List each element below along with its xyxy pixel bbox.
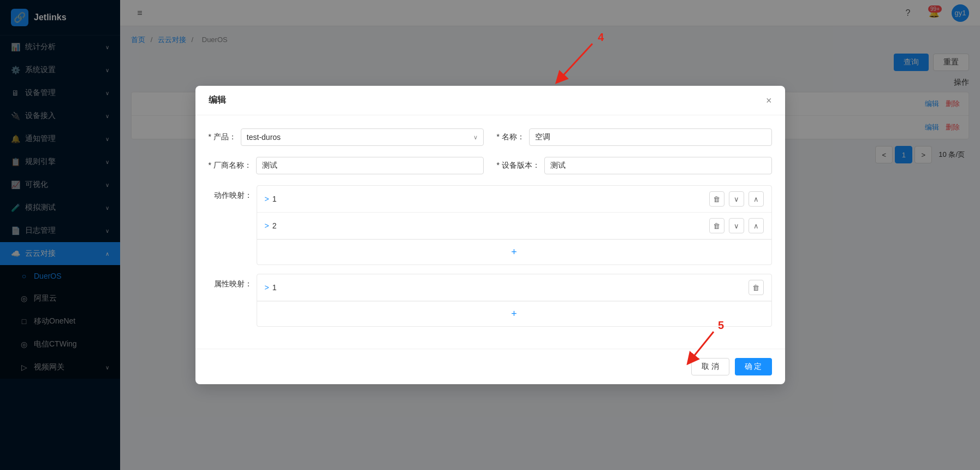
dialog-body: * 产品： test-duros ∨ * 名称： * 厂商名称： [195,115,785,349]
dialog-title: 编辑 [209,95,226,106]
add-action-button[interactable]: + [257,239,771,265]
confirm-button[interactable]: 确 定 [735,358,772,375]
action-row-2-delete[interactable]: 🗑 [709,218,724,233]
action-row-2-actions: 🗑 ∨ ∧ [709,218,764,233]
annotation-4: 4 [598,31,604,43]
add-action-icon: + [511,246,517,258]
property-row-1-text: 1 [272,283,749,292]
action-row-2-down[interactable]: ∨ [729,218,744,233]
action-row-1-actions: 🗑 ∨ ∧ [709,191,764,207]
action-row-1-delete[interactable]: 🗑 [709,191,724,207]
action-row-1-text: 1 [272,195,709,203]
dialog-close-button[interactable]: × [766,96,772,105]
action-row-2-expand[interactable]: > [265,221,269,230]
dialog-overlay: 4 5 编辑 × [0,0,980,470]
property-row-1-expand[interactable]: > [265,283,269,292]
product-value: test-duros [247,133,281,142]
manufacturer-label: * 厂商名称： [209,161,252,171]
action-row-2: > 2 🗑 ∨ ∧ [257,213,771,239]
manufacturer-input[interactable] [256,157,484,174]
product-field: * 产品： test-duros ∨ [209,128,484,146]
add-property-icon: + [511,308,517,320]
action-row-1-up[interactable]: ∧ [749,191,764,207]
property-mapping-content: > 1 🗑 + [257,274,772,327]
action-mapping-wrapper: 动作映射： > 1 🗑 ∨ ∧ > 2 [209,185,772,265]
property-row-1: > 1 🗑 [257,274,771,301]
action-row-1: > 1 🗑 ∨ ∧ [257,186,771,213]
form-row-1: * 产品： test-duros ∨ * 名称： [209,128,772,146]
device-version-field: * 设备版本： [497,157,772,174]
add-property-button[interactable]: + [257,301,771,326]
property-row-1-delete[interactable]: 🗑 [749,280,764,295]
select-chevron-icon: ∨ [473,134,478,141]
edit-dialog: 编辑 × * 产品： test-duros ∨ * 名称： [195,86,785,384]
device-version-label: * 设备版本： [497,161,540,171]
action-row-1-expand[interactable]: > [265,195,269,203]
name-label: * 名称： [497,132,525,142]
product-select[interactable]: test-duros ∨ [241,128,484,146]
arrow-4-line [560,44,592,79]
action-mapping-label: 动作映射： [209,185,252,201]
product-label: * 产品： [209,132,236,142]
dialog-footer: 取 消 确 定 [195,349,785,384]
manufacturer-field: * 厂商名称： [209,157,484,174]
name-field: * 名称： [497,128,772,146]
property-row-1-actions: 🗑 [749,280,764,295]
form-row-2: * 厂商名称： * 设备版本： [209,157,772,174]
device-version-input[interactable] [544,157,772,174]
property-mapping-wrapper: 属性映射： > 1 🗑 + [209,274,772,327]
action-mapping-content: > 1 🗑 ∨ ∧ > 2 🗑 ∨ [257,185,772,265]
action-row-2-text: 2 [272,221,709,230]
property-mapping-label: 属性映射： [209,274,252,289]
dialog-header: 编辑 × [195,86,785,115]
cancel-button[interactable]: 取 消 [691,358,729,375]
name-input[interactable] [529,128,772,146]
action-row-1-down[interactable]: ∨ [729,191,744,207]
action-row-2-up[interactable]: ∧ [749,218,764,233]
